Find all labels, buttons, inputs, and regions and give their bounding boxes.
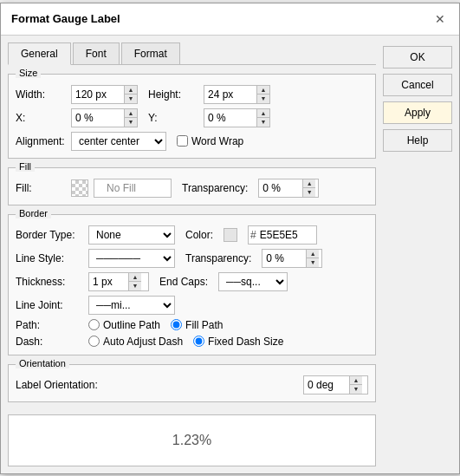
orientation-spin-up[interactable]: ▲ [350, 376, 362, 385]
path-label: Path: [16, 319, 85, 331]
end-caps-select[interactable]: ──sq... [218, 272, 288, 291]
color-hex-input[interactable] [258, 226, 306, 244]
fill-path-label: Fill Path [185, 319, 223, 331]
x-input-group: ▲ ▼ [71, 108, 138, 127]
fill-path-group: Fill Path [171, 319, 223, 331]
alignment-label: Alignment: [16, 135, 68, 147]
border-transparency-spin-down[interactable]: ▼ [307, 258, 319, 267]
line-joint-label: Line Joint: [16, 299, 85, 311]
height-spinners: ▲ ▼ [256, 86, 269, 103]
border-type-select[interactable]: None [88, 225, 175, 245]
y-spinners: ▲ ▼ [256, 109, 269, 127]
orientation-input[interactable] [304, 376, 349, 394]
orientation-spin-down[interactable]: ▼ [350, 385, 362, 394]
border-transparency-input-group: ▲ ▼ [262, 249, 322, 268]
thickness-spin-down[interactable]: ▼ [129, 282, 141, 290]
auto-adjust-radio[interactable] [88, 336, 100, 347]
transparency-spinners: ▲ ▼ [302, 179, 315, 197]
color-swatch[interactable] [224, 228, 237, 242]
dash-label: Dash: [16, 336, 85, 348]
transparency-spin-down[interactable]: ▼ [303, 188, 315, 197]
orientation-inner: Label Orientation: ▲ ▼ [16, 370, 368, 394]
size-inner: Width: ▲ ▼ Height: ▲ [16, 80, 368, 151]
tab-format[interactable]: Format [121, 42, 180, 64]
alignment-row: Alignment: center center Word Wrap [16, 132, 368, 151]
y-spin-down[interactable]: ▼ [257, 118, 269, 127]
outline-path-label: Outline Path [103, 319, 160, 331]
height-spin-up[interactable]: ▲ [257, 86, 269, 95]
xy-row: X: ▲ ▼ Y: ▲ [16, 108, 368, 127]
y-label: Y: [148, 112, 200, 124]
border-legend: Border [16, 208, 51, 218]
preview-box: 1.23% [8, 414, 376, 466]
end-caps-label: End Caps: [159, 276, 208, 288]
height-label: Height: [148, 88, 200, 101]
close-button[interactable]: ✕ [431, 10, 449, 28]
border-inner: Border Type: None Color: # Line Sty [16, 220, 368, 348]
alignment-select[interactable]: center center [71, 132, 166, 151]
size-section: Size Width: ▲ ▼ Height: [8, 74, 376, 159]
border-transparency-spin-up[interactable]: ▲ [307, 250, 319, 258]
fill-path-radio[interactable] [171, 319, 182, 330]
label-orientation-label: Label Orientation: [16, 379, 98, 391]
width-input-group: ▲ ▼ [71, 85, 138, 104]
border-type-label: Border Type: [16, 229, 85, 241]
format-gauge-label-dialog: Format Gauge Label ✕ General Font Format… [0, 3, 460, 474]
no-fill-text: No Fill [101, 182, 141, 194]
transparency-spin-up[interactable]: ▲ [303, 179, 315, 188]
transparency-input-group: ▲ ▼ [258, 179, 319, 198]
height-spin-down[interactable]: ▼ [257, 95, 269, 103]
dash-row: Dash: Auto Adjust Dash Fixed Dash Size [16, 336, 368, 348]
width-label: Width: [16, 88, 68, 101]
y-spin-up[interactable]: ▲ [257, 109, 269, 118]
fill-swatch[interactable] [71, 179, 88, 197]
buttons-panel: OK Cancel Apply Help [383, 42, 452, 466]
orientation-section: Orientation Label Orientation: ▲ ▼ [8, 364, 376, 402]
orientation-spinners: ▲ ▼ [349, 376, 362, 394]
y-input[interactable] [204, 109, 256, 127]
height-input-group: ▲ ▼ [204, 85, 270, 104]
dialog-body: General Font Format Size Width: ▲ ▼ [1, 36, 459, 473]
title-bar: Format Gauge Label ✕ [1, 3, 459, 36]
height-input[interactable] [204, 86, 256, 103]
border-transparency-input[interactable] [262, 250, 306, 267]
tab-font[interactable]: Font [73, 42, 120, 64]
x-spin-up[interactable]: ▲ [125, 109, 137, 118]
outline-path-radio[interactable] [88, 319, 100, 330]
color-label: Color: [185, 229, 213, 241]
help-button[interactable]: Help [383, 129, 452, 152]
width-spin-up[interactable]: ▲ [125, 86, 137, 95]
apply-button[interactable]: Apply [383, 101, 452, 124]
thickness-input[interactable] [89, 273, 128, 290]
fill-label: Fill: [16, 182, 68, 194]
main-content: General Font Format Size Width: ▲ ▼ [8, 42, 376, 466]
dialog-title: Format Gauge Label [11, 12, 120, 25]
width-spin-down[interactable]: ▼ [125, 95, 137, 103]
preview-text: 1.23% [172, 433, 211, 448]
thickness-spinners: ▲ ▼ [128, 273, 141, 290]
line-joint-select[interactable]: ──mi... [88, 296, 175, 315]
line-joint-row: Line Joint: ──mi... [16, 296, 368, 315]
line-style-select[interactable]: ────── [88, 249, 175, 268]
auto-adjust-label: Auto Adjust Dash [103, 336, 183, 348]
cancel-button[interactable]: Cancel [383, 74, 452, 96]
no-fill-group: No Fill [94, 179, 172, 198]
transparency-input[interactable] [259, 179, 302, 197]
word-wrap-checkbox[interactable] [177, 135, 188, 147]
path-row: Path: Outline Path Fill Path [16, 319, 368, 331]
fill-legend: Fill [16, 161, 35, 172]
width-input[interactable] [72, 86, 124, 103]
line-style-label: Line Style: [16, 252, 85, 264]
color-input-group: # [248, 225, 317, 245]
y-input-group: ▲ ▼ [204, 108, 270, 127]
outline-path-group: Outline Path [88, 319, 160, 331]
fixed-dash-radio[interactable] [193, 336, 204, 347]
x-input[interactable] [72, 109, 124, 127]
orientation-row: Label Orientation: ▲ ▼ [16, 375, 368, 394]
x-spin-down[interactable]: ▼ [125, 118, 137, 127]
tab-general[interactable]: General [8, 42, 71, 65]
orientation-input-group: ▲ ▼ [303, 375, 368, 394]
line-style-transparency-row: Line Style: ────── Transparency: ▲ ▼ [16, 249, 368, 268]
ok-button[interactable]: OK [383, 46, 452, 68]
thickness-spin-up[interactable]: ▲ [129, 273, 141, 282]
